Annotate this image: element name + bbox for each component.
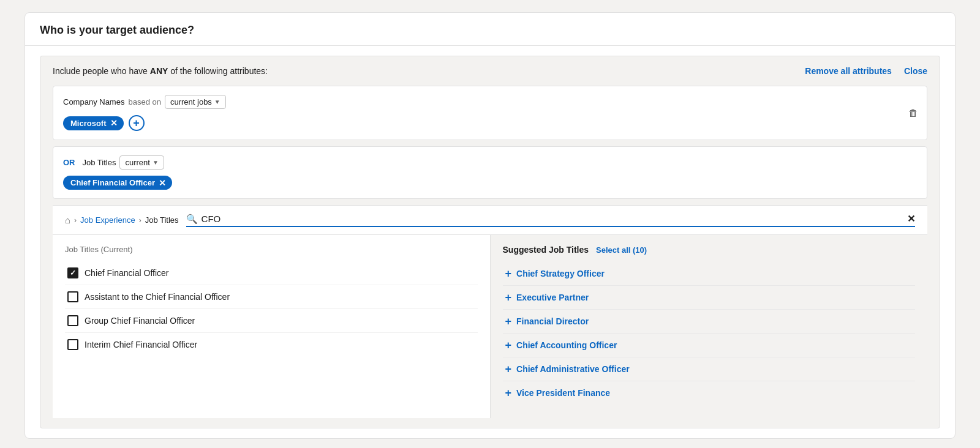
home-icon[interactable]: ⌂	[65, 215, 70, 225]
left-section-title: Job Titles (Current)	[65, 245, 478, 254]
suggestion-label: Chief Administrative Officer	[516, 364, 630, 374]
list-item[interactable]: Interim Chief Financial Officer	[65, 333, 478, 356]
attributes-section: Include people who have ANY of the follo…	[40, 56, 940, 428]
suggested-header: Suggested Job Titles Select all (10)	[503, 245, 916, 255]
cfo-tag-remove[interactable]: ✕	[159, 179, 166, 187]
attributes-header: Include people who have ANY of the follo…	[53, 66, 927, 76]
list-item[interactable]: +Executive Partner	[503, 286, 916, 310]
checkbox-label: Assistant to the Chief Financial Officer	[85, 292, 230, 302]
list-item[interactable]: +Chief Administrative Officer	[503, 357, 916, 381]
suggestions-list: +Chief Strategy Officer+Executive Partne…	[503, 262, 916, 405]
checkbox-label: Group Chief Financial Officer	[85, 316, 195, 326]
suggestion-label: Vice President Finance	[516, 388, 610, 398]
list-item[interactable]: +Chief Strategy Officer	[503, 262, 916, 286]
search-icon: 🔍	[186, 214, 198, 225]
company-jobs-dropdown[interactable]: current jobs ▼	[165, 95, 226, 109]
search-section: ⌂ › Job Experience › Job Titles 🔍 ✕	[53, 205, 927, 234]
add-suggestion-icon: +	[505, 340, 512, 351]
dropdown-arrow-icon: ▼	[214, 99, 221, 105]
main-card: Who is your target audience? Include peo…	[24, 12, 956, 439]
job-titles-tags-row: Chief Financial Officer ✕	[63, 176, 917, 190]
attributes-actions: Remove all attributes Close	[805, 66, 927, 76]
checkbox-label: Interim Chief Financial Officer	[85, 340, 197, 349]
breadcrumb-job-experience[interactable]: Job Experience	[80, 215, 135, 225]
select-all-button[interactable]: Select all (10)	[596, 245, 647, 255]
clear-search-icon[interactable]: ✕	[907, 213, 915, 225]
microsoft-tag[interactable]: Microsoft ✕	[63, 116, 124, 130]
job-titles-row: OR Job Titles current ▼ Chief Financial …	[53, 146, 927, 199]
company-names-label: Company Names based on current jobs ▼	[63, 95, 917, 109]
add-suggestion-icon: +	[505, 364, 512, 375]
results-left: Job Titles (Current) Chief Financial Off…	[53, 235, 491, 418]
job-titles-dropdown[interactable]: current ▼	[119, 155, 164, 170]
suggestion-label: Executive Partner	[516, 293, 589, 302]
list-item[interactable]: +Financial Director	[503, 310, 916, 334]
suggestion-label: Financial Director	[516, 316, 589, 326]
list-item[interactable]: Chief Financial Officer	[65, 261, 478, 285]
delete-company-row-button[interactable]: 🗑	[908, 108, 918, 119]
breadcrumb-job-titles: Job Titles	[145, 215, 179, 225]
suggestion-label: Chief Accounting Officer	[516, 340, 617, 350]
company-names-row: Company Names based on current jobs ▼ Mi…	[53, 86, 927, 140]
checkbox[interactable]	[67, 339, 78, 350]
checkbox[interactable]	[67, 291, 78, 302]
results-section: Job Titles (Current) Chief Financial Off…	[53, 234, 927, 418]
breadcrumb: ⌂ › Job Experience › Job Titles	[65, 215, 179, 225]
checkbox-label: Chief Financial Officer	[85, 268, 168, 278]
list-item[interactable]: Assistant to the Chief Financial Officer	[65, 285, 478, 309]
company-tags-row: Microsoft ✕ +	[63, 115, 917, 131]
page-title: Who is your target audience?	[40, 24, 194, 36]
list-item[interactable]: +Vice President Finance	[503, 381, 916, 405]
checkbox[interactable]	[67, 267, 78, 278]
search-input[interactable]	[202, 214, 903, 224]
results-right: Suggested Job Titles Select all (10) +Ch…	[491, 235, 928, 418]
list-item[interactable]: +Chief Accounting Officer	[503, 334, 916, 357]
attributes-description: Include people who have ANY of the follo…	[53, 66, 268, 76]
suggested-title: Suggested Job Titles	[503, 245, 589, 255]
add-company-button[interactable]: +	[129, 115, 145, 131]
breadcrumb-sep1: ›	[74, 216, 77, 225]
checkbox[interactable]	[67, 315, 78, 326]
add-suggestion-icon: +	[505, 268, 512, 279]
cfo-tag[interactable]: Chief Financial Officer ✕	[63, 176, 172, 190]
dropdown-arrow-icon: ▼	[153, 159, 159, 166]
microsoft-tag-remove[interactable]: ✕	[110, 119, 118, 127]
breadcrumb-sep2: ›	[139, 216, 141, 225]
remove-all-button[interactable]: Remove all attributes	[805, 66, 892, 76]
list-item[interactable]: Group Chief Financial Officer	[65, 309, 478, 333]
job-titles-label: OR Job Titles current ▼	[63, 155, 917, 170]
add-suggestion-icon: +	[505, 292, 512, 303]
add-suggestion-icon: +	[505, 387, 512, 398]
close-button[interactable]: Close	[904, 66, 927, 76]
search-input-wrapper: 🔍 ✕	[186, 213, 915, 227]
add-suggestion-icon: +	[505, 316, 512, 327]
checkbox-list: Chief Financial OfficerAssistant to the …	[65, 261, 478, 356]
suggestion-label: Chief Strategy Officer	[516, 269, 605, 278]
card-header: Who is your target audience?	[25, 13, 955, 46]
